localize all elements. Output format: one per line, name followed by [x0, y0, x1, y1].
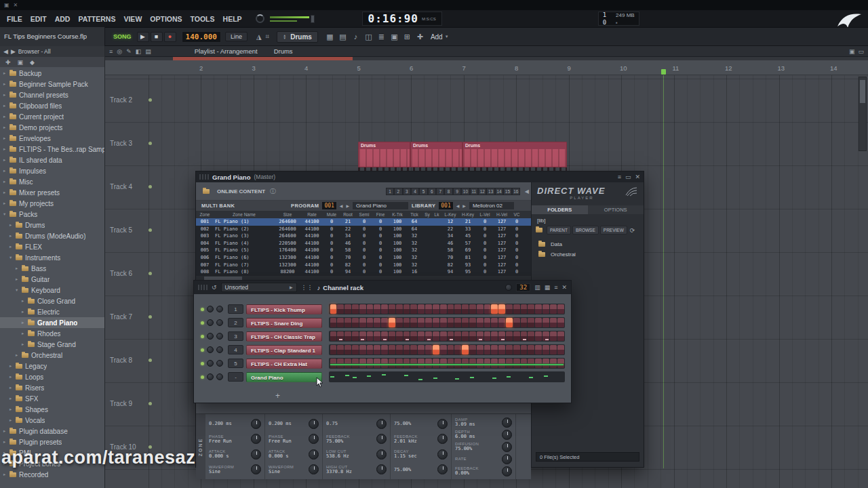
channel-pan-knob[interactable]: [207, 306, 214, 312]
part-15[interactable]: 15: [503, 188, 511, 195]
part-6[interactable]: 6: [428, 188, 436, 195]
browser-item-loops[interactable]: ▸Loops: [0, 371, 104, 382]
step-cell[interactable]: [337, 304, 344, 314]
paint-icon[interactable]: ◧: [136, 48, 142, 55]
step-cell[interactable]: [374, 304, 380, 314]
channel-volume-knob[interactable]: [216, 360, 223, 367]
step-cell[interactable]: [344, 318, 351, 327]
step-cell[interactable]: [410, 345, 417, 354]
browser-item-guitar[interactable]: ▸Guitar: [0, 274, 104, 285]
browser-item-channel-presets[interactable]: ▸Channel presets: [0, 89, 104, 100]
column-header-l-key[interactable]: L-Key: [441, 211, 459, 218]
preview-button[interactable]: PREVIEW: [600, 226, 627, 235]
browser-item-risers[interactable]: ▸Risers: [0, 382, 104, 393]
directwave-titlebar[interactable]: Grand Piano (Master) ≡ ▭ ✕: [196, 171, 644, 182]
playhead-marker[interactable]: [661, 69, 666, 75]
online-content-button[interactable]: ONLINE CONTENT: [217, 188, 265, 195]
track-mute-dot[interactable]: [149, 315, 152, 319]
channel-number-button[interactable]: 4: [228, 345, 243, 354]
zone-knob[interactable]: [437, 464, 448, 474]
zone-knob[interactable]: [251, 434, 261, 444]
piano-roll-icon[interactable]: ♪: [349, 33, 362, 41]
step-cell[interactable]: [440, 359, 447, 368]
zone-knob[interactable]: [251, 419, 261, 429]
column-header-root[interactable]: Root: [340, 211, 356, 218]
part-5[interactable]: 5: [419, 188, 427, 195]
step-cell[interactable]: [374, 318, 380, 327]
step-cell[interactable]: [535, 331, 542, 341]
browser-item-grand-piano[interactable]: ▸Grand Piano: [0, 317, 104, 328]
browser-item-electric[interactable]: ▸Electric: [0, 306, 104, 317]
add-button[interactable]: Add ▼: [431, 33, 449, 41]
step-cell[interactable]: [410, 318, 417, 327]
step-cell[interactable]: [462, 318, 469, 327]
zone-row[interactable]: 001FL Piano (1)2646004410002100100641221…: [196, 218, 531, 226]
step-cell[interactable]: [425, 345, 432, 354]
step-cell[interactable]: [550, 318, 557, 327]
zone-knob[interactable]: [251, 449, 261, 460]
step-cell[interactable]: [469, 318, 476, 327]
browser-item-sfx[interactable]: ▸SFX: [0, 393, 104, 404]
zone-knob[interactable]: [502, 442, 512, 452]
browser-item-drums-modeaudio[interactable]: ▸Drums (ModeAudio): [0, 230, 104, 241]
step-cell[interactable]: [513, 304, 520, 314]
step-cell[interactable]: [418, 318, 425, 327]
zone-row[interactable]: 006FL Piano (6)1323004410007000100327081…: [196, 254, 531, 262]
step-cell[interactable]: [462, 304, 469, 314]
step-cell[interactable]: [469, 359, 476, 368]
drag-grip-icon[interactable]: [198, 285, 208, 290]
browser-item-my-projects[interactable]: ▸My projects: [0, 198, 104, 209]
browser-item-beginner-sample-pack[interactable]: ▸Beginner Sample Pack: [0, 79, 104, 89]
snap-selector[interactable]: Line: [225, 32, 248, 41]
browser-toggle-icon[interactable]: ▣: [388, 33, 401, 41]
pattern-clip[interactable]: Drums: [462, 142, 567, 167]
step-cell[interactable]: [337, 318, 344, 327]
step-cell[interactable]: [440, 331, 447, 341]
tab-options[interactable]: OPTIONS: [588, 205, 644, 214]
browser-item-mixer-presets[interactable]: ▸Mixer presets: [0, 187, 104, 198]
library-next-icon[interactable]: ▶: [462, 203, 466, 208]
step-cell[interactable]: [550, 331, 557, 341]
part-2[interactable]: 2: [394, 188, 402, 195]
channel-pan-knob[interactable]: [207, 360, 214, 367]
step-cell[interactable]: [506, 318, 513, 327]
step-cell[interactable]: [491, 318, 498, 327]
dw-folder-data[interactable]: Data: [538, 240, 637, 248]
menu-help[interactable]: HELP: [219, 15, 246, 23]
program-prev-icon[interactable]: ◀: [340, 203, 343, 208]
track-mute-dot[interactable]: [149, 272, 152, 275]
part-3[interactable]: 3: [403, 188, 411, 195]
column-header-vc[interactable]: VC: [511, 211, 523, 218]
step-cell[interactable]: [557, 359, 564, 368]
volume-meter[interactable]: [270, 15, 315, 23]
part-9[interactable]: 9: [453, 188, 461, 195]
step-cell[interactable]: [367, 318, 374, 327]
column-header-lk[interactable]: Lk: [432, 211, 441, 218]
column-header-l-vel[interactable]: L-Vel: [477, 211, 493, 218]
browser-preview-icon[interactable]: ◆: [30, 59, 35, 66]
graph-editor-icon[interactable]: ▥: [534, 284, 540, 291]
play-button[interactable]: ▶: [137, 32, 149, 42]
part-1[interactable]: 1: [386, 188, 394, 195]
pattern-up-down-icon[interactable]: ▲▼: [283, 34, 286, 39]
step-cell[interactable]: [498, 345, 505, 354]
step-cell[interactable]: [440, 304, 447, 314]
song-mode-toggle[interactable]: SONG: [113, 33, 132, 40]
browser-item-vocals[interactable]: ▸Vocals: [0, 415, 104, 426]
step-cell[interactable]: [454, 345, 461, 354]
part-11[interactable]: 11: [470, 188, 478, 195]
undo-icon[interactable]: ↺: [212, 284, 217, 291]
browser-item-plugin-presets[interactable]: ▸Plugin presets: [0, 436, 104, 447]
channel-number-button[interactable]: -: [228, 372, 243, 382]
pattern-selector[interactable]: ▲▼ Drums: [277, 31, 318, 43]
step-cell[interactable]: [410, 331, 417, 341]
step-cell[interactable]: [484, 345, 491, 354]
window-close-icon[interactable]: ✕: [635, 174, 640, 180]
refresh-icon[interactable]: ⟳: [630, 227, 635, 234]
window-menu-icon[interactable]: ≡: [618, 174, 621, 180]
step-cell[interactable]: [389, 318, 395, 327]
channel-mute-led[interactable]: [201, 375, 204, 379]
channel-filter-selector[interactable]: Unsorted ▶: [221, 283, 297, 292]
step-cell[interactable]: [330, 318, 337, 327]
step-cell[interactable]: [389, 304, 395, 314]
